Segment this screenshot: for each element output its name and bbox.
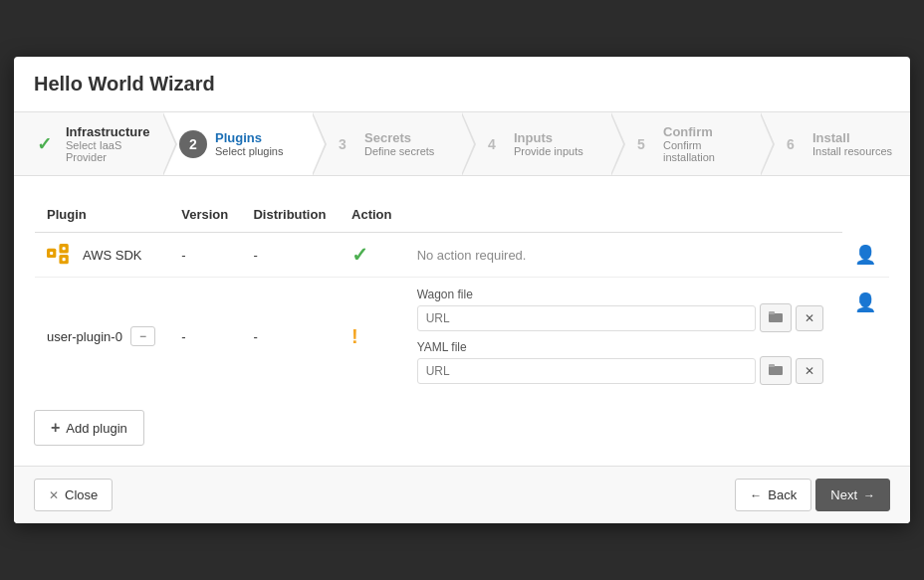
user-plugin-distribution: - <box>241 278 340 396</box>
step-5-number: 5 <box>627 130 655 158</box>
aws-sdk-action-text: No action required. <box>405 233 843 278</box>
step-2-text: Plugins Select plugins <box>215 130 284 157</box>
aws-sdk-user-icon-cell: 👤 <box>842 233 889 278</box>
folder-icon <box>769 362 783 376</box>
no-action-label: No action required. <box>417 248 527 263</box>
step-plugins: 2 Plugins Select plugins <box>163 112 313 175</box>
col-distribution: Distribution <box>241 197 340 233</box>
user-plugin-label: user-plugin-0 <box>47 329 122 344</box>
user-plugin-name: user-plugin-0 − <box>47 326 157 346</box>
wagon-clear-btn[interactable]: ✕ <box>796 305 823 331</box>
close-button[interactable]: ✕ Close <box>34 479 113 511</box>
close-label: Close <box>65 487 98 502</box>
wagon-browse-btn[interactable] <box>760 303 792 332</box>
user-plugin-file-inputs: Wagon file ✕ <box>405 278 843 396</box>
svg-rect-7 <box>769 311 775 314</box>
col-action: Action <box>340 197 405 233</box>
user-plugin-action-icon: ! <box>340 278 405 396</box>
aws-sdk-label: AWS SDK <box>83 248 141 263</box>
wagon-file-section: Wagon file ✕ <box>417 288 831 332</box>
step-1-subtitle: Select IaaS Provider <box>66 139 155 163</box>
col-user <box>405 197 843 233</box>
modal-body: Plugin Version Distribution Action <box>14 176 910 466</box>
step-3-text: Secrets Define secrets <box>364 130 434 157</box>
aws-sdk-version: - <box>169 233 241 278</box>
modal-header: Hello World Wizard <box>14 57 910 112</box>
step-install: 6 Install Install resources <box>761 112 910 175</box>
step-4-subtitle: Provide inputs <box>514 145 583 157</box>
aws-sdk-action: ✓ <box>340 233 405 278</box>
aws-sdk-plugin-name: AWS SDK <box>47 244 157 266</box>
wizard-steps: ✓ Infrastructure Select IaaS Provider 2 … <box>14 112 910 176</box>
add-plugin-button[interactable]: + Add plugin <box>34 410 144 446</box>
step-1-text: Infrastructure Select IaaS Provider <box>66 124 155 163</box>
file-input-group: Wagon file ✕ <box>417 288 831 385</box>
table-row: user-plugin-0 − - - ! Wagon file <box>35 278 890 396</box>
next-arrow-icon: → <box>863 488 875 502</box>
yaml-file-section: YAML file ✕ <box>417 340 831 385</box>
aws-icon <box>47 244 75 266</box>
step-4-title: Inputs <box>514 130 583 145</box>
close-x-icon: ✕ <box>49 488 59 502</box>
next-button[interactable]: Next → <box>815 479 890 511</box>
step-4-number: 4 <box>478 130 506 158</box>
table-row: AWS SDK - - ✓ No action required. 👤 <box>35 233 890 278</box>
aws-sdk-plugin-cell: AWS SDK <box>35 233 170 278</box>
step-6-title: Install <box>812 130 892 145</box>
step-5-title: Confirm <box>663 124 753 139</box>
col-plugin: Plugin <box>35 197 170 233</box>
step-inputs: 4 Inputs Provide inputs <box>462 112 611 175</box>
step-5-subtitle: Confirm installation <box>663 139 753 163</box>
step-2-subtitle: Select plugins <box>215 145 284 157</box>
folder-icon <box>769 309 783 323</box>
back-label: Back <box>768 487 797 502</box>
check-icon: ✓ <box>351 244 368 266</box>
user-plugin-cell: user-plugin-0 − <box>35 278 170 396</box>
next-label: Next <box>830 487 857 502</box>
add-plugin-label: Add plugin <box>66 421 126 436</box>
svg-rect-9 <box>769 364 775 367</box>
svg-rect-8 <box>769 366 783 375</box>
wagon-url-row: ✕ <box>417 303 831 332</box>
step-secrets: 3 Secrets Define secrets <box>313 112 462 175</box>
footer-right: ← Back Next → <box>735 479 890 511</box>
yaml-url-input[interactable] <box>417 358 756 384</box>
user-plugin-user-icon-cell: 👤 <box>842 278 889 396</box>
step-1-title: Infrastructure <box>66 124 155 139</box>
user-icon: 👤 <box>854 292 876 312</box>
aws-sdk-distribution: - <box>241 233 340 278</box>
modal-footer: ✕ Close ← Back Next → <box>14 466 910 523</box>
yaml-clear-btn[interactable]: ✕ <box>796 358 823 384</box>
step-3-subtitle: Define secrets <box>364 145 434 157</box>
yaml-browse-btn[interactable] <box>760 356 792 385</box>
plugin-table: Plugin Version Distribution Action <box>34 196 890 396</box>
step-3-title: Secrets <box>364 130 434 145</box>
wagon-url-input[interactable] <box>417 305 756 331</box>
back-button[interactable]: ← Back <box>735 479 811 511</box>
svg-rect-6 <box>769 313 783 322</box>
yaml-file-label: YAML file <box>417 340 831 354</box>
warn-icon: ! <box>351 325 358 347</box>
step-infrastructure: ✓ Infrastructure Select IaaS Provider <box>14 112 163 175</box>
wagon-file-label: Wagon file <box>417 288 831 301</box>
step-2-number: 2 <box>179 130 207 158</box>
modal-title: Hello World Wizard <box>34 73 890 96</box>
step-6-text: Install Install resources <box>812 130 892 157</box>
yaml-url-row: ✕ <box>417 356 831 385</box>
user-plugin-remove-btn[interactable]: − <box>130 326 155 346</box>
back-arrow-icon: ← <box>750 488 762 502</box>
modal-container: Hello World Wizard ✓ Infrastructure Sele… <box>14 57 910 523</box>
step-4-text: Inputs Provide inputs <box>514 130 583 157</box>
footer-left: ✕ Close <box>34 479 113 511</box>
step-5-text: Confirm Confirm installation <box>663 124 753 163</box>
col-version: Version <box>169 197 241 233</box>
step-1-number: ✓ <box>30 130 58 158</box>
step-6-subtitle: Install resources <box>812 145 892 157</box>
user-icon: 👤 <box>854 245 876 265</box>
svg-rect-3 <box>63 247 66 250</box>
step-3-number: 3 <box>329 130 356 158</box>
svg-rect-1 <box>50 252 53 255</box>
add-plugin-plus-icon: + <box>51 419 60 437</box>
step-2-title: Plugins <box>215 130 284 145</box>
step-confirm: 5 Confirm Confirm installation <box>611 112 761 175</box>
